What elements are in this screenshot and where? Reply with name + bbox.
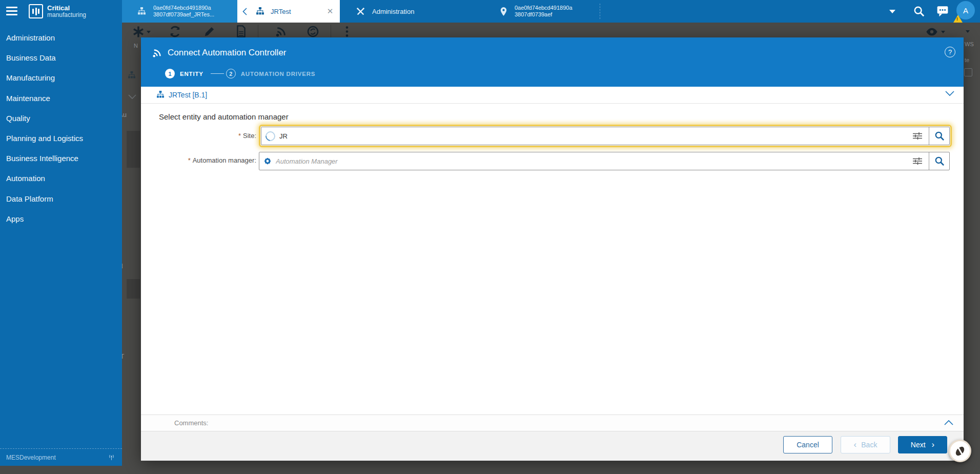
- tools-icon: [356, 7, 365, 16]
- step-label: ENTITY: [180, 71, 203, 77]
- comments-section[interactable]: Comments:: [141, 414, 964, 431]
- dialog-header: Connect Automation Controller ? 1 ENTITY…: [141, 37, 964, 87]
- entity-icon: [137, 7, 146, 16]
- wizard-step-automation-drivers[interactable]: 2 AUTOMATION DRIVERS: [226, 69, 316, 78]
- environment-name: MESDevelopment: [6, 454, 56, 461]
- app-logo: Critical manufacturing: [29, 4, 86, 18]
- sidebar-item-manufacturing[interactable]: Manufacturing: [0, 68, 122, 88]
- refresh-icon: [169, 26, 181, 37]
- dialog-instruction: Select entity and automation manager: [159, 112, 289, 121]
- new-asterisk-icon: [132, 26, 145, 38]
- chevron-down-icon[interactable]: [945, 91, 954, 96]
- dialog-footer: Cancel ‹Back Next›: [141, 431, 964, 461]
- location-pin-icon: [500, 7, 507, 16]
- tab-label-line2: 3807df0739aef: [515, 11, 573, 18]
- entity-icon: [256, 7, 264, 16]
- chevron-left-icon[interactable]: [242, 8, 252, 15]
- tab-label-line2: 3807df0739aef_JRTes...: [153, 11, 214, 18]
- step-connector: [211, 73, 224, 74]
- background-thumbnail: [127, 279, 140, 299]
- toolbar-divider: [258, 25, 258, 38]
- wizard-steps: 1 ENTITY 2 AUTOMATION DRIVERS: [165, 69, 315, 78]
- wizard-step-entity[interactable]: 1 ENTITY: [165, 69, 203, 78]
- dialog-title: Connect Automation Controller: [168, 48, 287, 58]
- assistant-logo-icon: [954, 445, 966, 457]
- logo-line2: manufacturing: [47, 12, 86, 18]
- tabs-dropdown-caret[interactable]: [884, 3, 901, 20]
- background-icon-box: [964, 68, 972, 76]
- auto-update-icon: [307, 26, 319, 37]
- tab-entity-instance[interactable]: 0ae0fd74ebcd491890a 3807df0739aef_JRTes.…: [122, 0, 237, 23]
- search-icon[interactable]: [929, 152, 949, 170]
- caret-down-icon: [966, 30, 970, 33]
- eye-icon: [926, 27, 938, 36]
- messages-icon[interactable]: [934, 3, 951, 20]
- entity-header-label: JRTest [B.1]: [169, 91, 207, 99]
- toolbar-label-fragment: N: [134, 43, 138, 49]
- caret-down-icon: [147, 31, 151, 33]
- antenna-icon: [108, 454, 115, 461]
- sidebar-item-planning-and-logistics[interactable]: Planning and Logistics: [0, 128, 122, 148]
- site-field-focus-ring: [259, 125, 952, 147]
- tab-jrtest-active[interactable]: JRTest ✕: [237, 0, 340, 23]
- sidebar-item-apps[interactable]: Apps: [0, 209, 122, 229]
- top-bar: Critical manufacturing 0ae0fd74ebcd49189…: [0, 0, 980, 23]
- chevron-left-icon: ‹: [854, 441, 857, 448]
- more-vertical-icon: [344, 26, 350, 37]
- sidebar-item-administration[interactable]: Administration: [0, 28, 122, 48]
- comments-label: Comments:: [174, 419, 208, 427]
- back-button[interactable]: ‹Back: [841, 436, 890, 453]
- filter-options-icon[interactable]: [912, 157, 923, 165]
- required-asterisk: *: [188, 156, 191, 164]
- sidebar-item-maintenance[interactable]: Maintenance: [0, 88, 122, 108]
- required-asterisk: *: [238, 132, 241, 140]
- environment-bar: MESDevelopment: [0, 448, 122, 466]
- search-icon[interactable]: [929, 127, 949, 145]
- chevron-up-icon[interactable]: [944, 420, 953, 425]
- background-thumbnail: [127, 131, 140, 168]
- assistant-fab-button[interactable]: [949, 440, 971, 462]
- chevron-down-icon: [128, 94, 136, 100]
- tab-entity-instance-2[interactable]: 0ae0fd74ebcd491890a 3807df0739aef: [487, 0, 600, 23]
- toolbar-divider: [331, 25, 331, 38]
- sidebar-item-business-data[interactable]: Business Data: [0, 48, 122, 68]
- critical-manufacturing-logo-icon: [29, 4, 43, 18]
- site-input[interactable]: [279, 127, 912, 145]
- document-icon: [235, 25, 247, 37]
- sidebar-item-automation[interactable]: Automation: [0, 168, 122, 188]
- cancel-button[interactable]: Cancel: [783, 436, 832, 453]
- main-sidebar: Administration Business Data Manufacturi…: [0, 23, 122, 466]
- tab-divider: [600, 4, 600, 19]
- broadcast-icon: [275, 26, 287, 37]
- edit-pencil-icon: [203, 26, 215, 37]
- sidebar-item-quality[interactable]: Quality: [0, 108, 122, 128]
- tab-label-line1: 0ae0fd74ebcd491890a: [153, 5, 214, 11]
- logo-line1: Critical: [47, 5, 86, 12]
- filter-options-icon[interactable]: [912, 132, 923, 140]
- entity-icon: [156, 91, 165, 99]
- caret-down-icon: [941, 31, 945, 33]
- broadcast-icon: [152, 48, 162, 58]
- tab-administration[interactable]: Administration: [341, 0, 487, 23]
- warning-badge-icon[interactable]: [953, 15, 963, 23]
- site-field[interactable]: [261, 127, 950, 145]
- next-button[interactable]: Next›: [898, 436, 947, 453]
- sidebar-item-business-intelligence[interactable]: Business Intelligence: [0, 148, 122, 168]
- automation-manager-field[interactable]: [259, 152, 950, 170]
- tab-label: JRTest: [271, 8, 291, 15]
- help-icon[interactable]: ?: [945, 47, 955, 57]
- search-icon[interactable]: [910, 3, 928, 20]
- right-fragment-text: te: [965, 57, 969, 63]
- close-icon[interactable]: ✕: [325, 7, 335, 16]
- chevron-right-icon: ›: [932, 441, 935, 448]
- automation-manager-input[interactable]: [276, 152, 912, 170]
- sidebar-item-data-platform[interactable]: Data Platform: [0, 189, 122, 209]
- automation-manager-field-label: *Automation manager:: [141, 156, 256, 164]
- tab-label: Administration: [372, 8, 414, 15]
- entity-icon: [128, 71, 136, 80]
- loading-spinner-icon: [266, 131, 275, 141]
- step-label: AUTOMATION DRIVERS: [241, 71, 316, 77]
- gear-icon: [263, 157, 272, 165]
- hamburger-menu-icon[interactable]: [6, 7, 17, 16]
- entity-header-row[interactable]: JRTest [B.1]: [141, 87, 964, 104]
